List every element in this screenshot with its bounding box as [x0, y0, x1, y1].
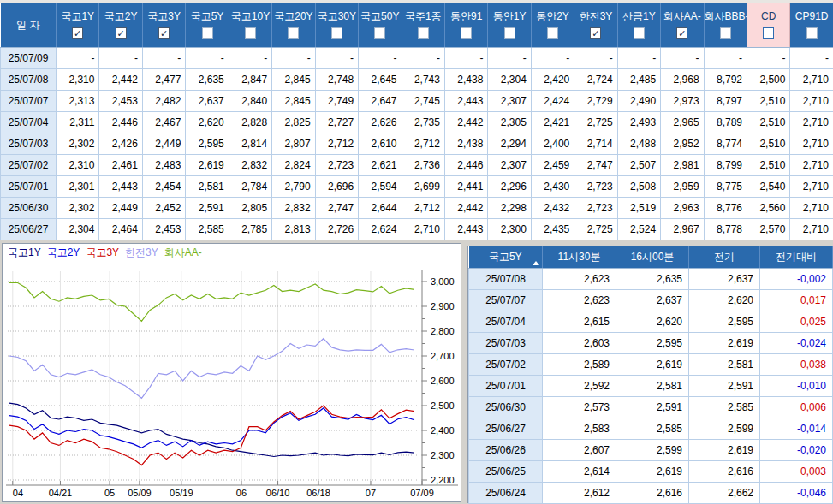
- value-cell: -: [661, 48, 704, 69]
- table-row[interactable]: 25/07/072,3132,4532,4822,6372,8402,8452,…: [1, 91, 833, 112]
- value-cell: 2,644: [359, 198, 402, 219]
- value-cell: 2,726: [315, 219, 358, 240]
- column-checkbox-13[interactable]: [634, 27, 645, 39]
- detail-column-header-3[interactable]: 전기: [689, 246, 760, 268]
- column-header-0[interactable]: 국고1Y✓: [57, 3, 99, 48]
- table-row[interactable]: 25/06/262,6072,5992,619-0,020: [469, 439, 833, 460]
- value-cell: 2,645: [359, 69, 402, 91]
- value-cell: -: [186, 48, 229, 69]
- table-row[interactable]: 25/07/022,5892,6192,5810,038: [469, 353, 833, 375]
- table-row[interactable]: 25/06/252,6142,6192,6160,003: [469, 460, 833, 482]
- table-row[interactable]: 25/07/082,3102,4422,4772,6352,8472,8452,…: [1, 69, 833, 91]
- column-checkbox-1[interactable]: ✓: [116, 27, 127, 39]
- value-cell: 2,845: [272, 69, 315, 91]
- column-checkbox-9[interactable]: [461, 27, 472, 39]
- app-window: 일 자국고1Y✓국고2Y✓국고3Y✓국고5Y국고10Y국고20Y국고30Y국고5…: [0, 0, 833, 504]
- value-cell: 2,302: [57, 198, 99, 219]
- table-row[interactable]: 25/06/242,6122,6162,662-0,046: [469, 482, 833, 503]
- value-cell: 2,723: [574, 198, 617, 219]
- value-cell: 2,311: [57, 112, 99, 133]
- column-label: 국고5Y: [186, 4, 228, 27]
- column-checkbox-7[interactable]: [374, 27, 385, 39]
- column-header-17[interactable]: CP91D: [790, 3, 833, 48]
- value-cell: 2,959: [661, 176, 704, 198]
- column-checkbox-10[interactable]: [504, 27, 515, 39]
- value-cell: 2,619: [186, 155, 229, 176]
- detail-column-header-0[interactable]: 국고5Y: [469, 246, 543, 268]
- column-header-12[interactable]: 한전3Y✓: [574, 3, 617, 48]
- date-cell: 25/07/01: [469, 375, 543, 396]
- value-cell: 2,442: [444, 112, 487, 133]
- value-cell: -: [531, 48, 574, 69]
- table-row[interactable]: 25/07/072,6232,6372,6200,017: [469, 289, 833, 311]
- legend-item-0: 국고1Y: [8, 246, 41, 258]
- column-checkbox-11[interactable]: [547, 27, 558, 39]
- y-axis-tick-label: 2,400: [431, 425, 455, 436]
- detail-column-header-4[interactable]: 전기대비: [760, 246, 833, 268]
- value-cell: 2,710: [790, 69, 833, 91]
- value-cell: 2,304: [57, 219, 99, 240]
- column-label: 국고2Y: [99, 4, 141, 27]
- column-header-11[interactable]: 통안2Y: [531, 3, 574, 48]
- column-checkbox-4[interactable]: [245, 27, 256, 39]
- value-cell: 2,307: [488, 91, 531, 112]
- value-cell: 2,807: [272, 133, 315, 155]
- column-header-5[interactable]: 국고20Y: [272, 3, 315, 48]
- detail-column-header-1[interactable]: 11시30분: [543, 246, 616, 268]
- column-checkbox-12[interactable]: ✓: [590, 27, 601, 39]
- column-header-7[interactable]: 국고50Y: [359, 3, 402, 48]
- table-row[interactable]: 25/07/012,5922,5812,591-0,010: [469, 375, 833, 396]
- column-header-14[interactable]: 회사AA-✓: [661, 3, 704, 48]
- table-row[interactable]: 25/06/272,3042,4642,4532,5852,7852,8132,…: [1, 219, 833, 240]
- value-cell: -: [488, 48, 531, 69]
- column-header-6[interactable]: 국고30Y: [315, 3, 358, 48]
- column-checkbox-15[interactable]: [720, 27, 731, 39]
- table-row[interactable]: 25/06/272,5832,5852,599-0,014: [469, 418, 833, 439]
- table-row[interactable]: 25/07/012,3012,4432,4542,5812,7842,7902,…: [1, 176, 833, 198]
- table-row[interactable]: 25/06/302,5732,5912,5850,006: [469, 396, 833, 418]
- column-header-10[interactable]: 통안1Y: [488, 3, 531, 48]
- benchmark-detail-table: 국고5Y11시30분16시00분전기전기대비25/07/082,6232,635…: [468, 246, 833, 504]
- table-row[interactable]: 25/07/042,6152,6202,5950,025: [469, 311, 833, 332]
- table-row[interactable]: 25/07/082,6232,6352,637-0,002: [469, 268, 833, 289]
- column-checkbox-2[interactable]: ✓: [158, 27, 170, 39]
- column-checkbox-17[interactable]: [806, 27, 818, 39]
- table-row[interactable]: 25/06/302,3022,4492,4522,5912,8052,8322,…: [1, 198, 833, 219]
- column-header-3[interactable]: 국고5Y: [186, 3, 229, 48]
- value-cell: -: [617, 48, 660, 69]
- value-cell: 2,735: [402, 112, 444, 133]
- table-row[interactable]: 25/07/032,6032,5952,619-0,024: [469, 332, 833, 353]
- column-header-8[interactable]: 국주1종: [402, 3, 444, 48]
- value-cell: 2,963: [661, 198, 704, 219]
- value-cell: 2,845: [272, 91, 315, 112]
- detail-column-header-2[interactable]: 16시00분: [616, 246, 689, 268]
- table-row[interactable]: 25/07/09------------------: [1, 48, 833, 69]
- value-cell: 2,581: [186, 176, 229, 198]
- column-checkbox-5[interactable]: [288, 27, 299, 39]
- table-row[interactable]: 25/07/042,3112,4462,4672,6202,8282,8252,…: [1, 112, 833, 133]
- column-checkbox-0[interactable]: ✓: [72, 27, 83, 39]
- column-header-1[interactable]: 국고2Y✓: [99, 3, 142, 48]
- value-cell: 0,038: [760, 353, 833, 375]
- column-checkbox-14[interactable]: ✓: [676, 27, 687, 39]
- column-header-15[interactable]: 회사BBB-: [704, 3, 747, 48]
- column-header-4[interactable]: 국고10Y: [229, 3, 271, 48]
- value-cell: 2,461: [99, 155, 142, 176]
- column-header-2[interactable]: 국고3Y✓: [142, 3, 185, 48]
- column-checkbox-3[interactable]: [202, 27, 213, 39]
- column-header-13[interactable]: 산금1Y: [617, 3, 660, 48]
- value-cell: 2,743: [402, 69, 444, 91]
- column-label: 국고10Y: [229, 4, 271, 27]
- column-header-9[interactable]: 통안91: [444, 3, 487, 48]
- table-row[interactable]: 25/07/032,3022,4262,4492,5952,8142,8072,…: [1, 133, 833, 155]
- column-checkbox-16[interactable]: [763, 27, 774, 39]
- column-checkbox-6[interactable]: [331, 27, 342, 39]
- detail-column-label: 전기: [714, 251, 735, 263]
- y-axis-tick-label: 2,600: [431, 376, 455, 386]
- column-checkbox-8[interactable]: [418, 27, 429, 39]
- value-cell: 2,714: [574, 133, 617, 155]
- value-cell: 2,603: [543, 332, 616, 353]
- table-row[interactable]: 25/07/022,3102,4612,4832,6192,8322,8242,…: [1, 155, 833, 176]
- column-header-16[interactable]: CD: [747, 3, 790, 48]
- x-axis-tick-label: 06/18: [306, 488, 330, 498]
